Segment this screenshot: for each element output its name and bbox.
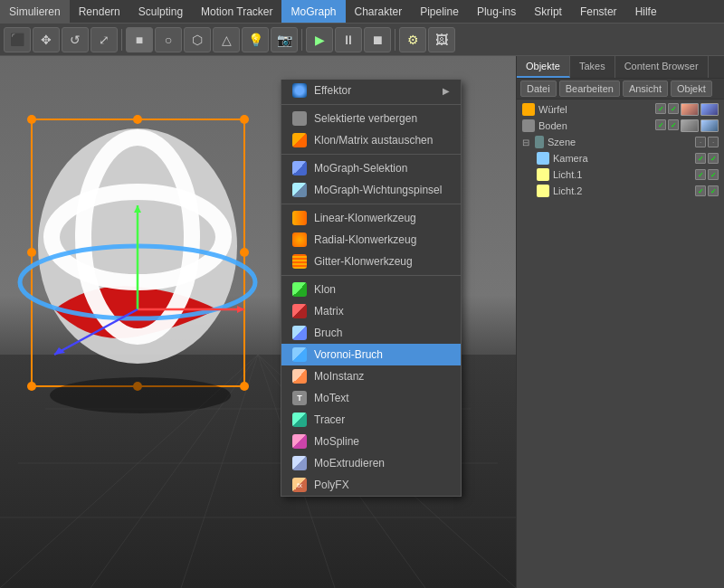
svg-point-18 — [133, 115, 142, 124]
menu-item-moextru[interactable]: MoExtrudieren — [281, 452, 461, 474]
obj-icon-boden — [522, 119, 535, 132]
obj-check-wurfel-2[interactable]: ✓ — [668, 103, 679, 114]
panel-btn-objekt[interactable]: Objekt — [671, 81, 712, 97]
menu-item-klon-matrix[interactable]: Klon/Matrix austauschen — [281, 129, 461, 151]
menu-rendern[interactable]: Rendern — [70, 0, 129, 23]
szene-collapse-icon: ⊟ — [522, 138, 529, 147]
panel-btn-bearbeiten[interactable]: Bearbeiten — [559, 81, 620, 97]
panel-btn-datei[interactable]: Datei — [520, 81, 557, 97]
toolbar: ⬛ ✥ ↺ ⤢ ■ ○ ⬡ △ 💡 📷 ▶ ⏸ ⏹ ⚙ 🖼 — [0, 24, 724, 56]
menu-hilfe[interactable]: Hilfe — [626, 0, 666, 23]
tab-content-browser[interactable]: Content Browser — [615, 56, 709, 78]
effektor-arrow: ▶ — [443, 86, 450, 96]
obj-label-boden: Boden — [538, 120, 567, 131]
gitter-label: Gitter-Klonwerkzeug — [314, 255, 413, 268]
menu-fenster[interactable]: Fenster — [571, 0, 626, 23]
menu-item-klon[interactable]: Klon — [281, 279, 461, 300]
menu-item-verbergen[interactable]: Selektierte verbergen — [281, 108, 461, 129]
obj-item-szene[interactable]: ⊟ Szene · · — [519, 134, 722, 150]
obj-img-wurfel-2 — [700, 103, 719, 116]
obj-check-licht1-1[interactable]: ✓ — [695, 169, 706, 180]
obj-check-boden-1[interactable]: ✓ — [655, 119, 666, 130]
menu-item-gitter[interactable]: Gitter-Klonwerkzeug — [281, 251, 461, 272]
divider-1 — [281, 104, 461, 105]
obj-item-licht2[interactable]: Licht.2 ✓ ✓ — [519, 183, 722, 199]
tab-objekte[interactable]: Objekte — [517, 56, 570, 78]
tab-takes[interactable]: Takes — [570, 56, 615, 78]
effektor-icon — [292, 83, 307, 98]
moinstanz-label: MoInstanz — [314, 370, 364, 383]
mograph-selektion-label: MoGraph-Selektion — [314, 162, 407, 175]
toolbar-btn-move[interactable]: ✥ — [33, 27, 60, 52]
toolbar-btn-pause[interactable]: ⏸ — [335, 27, 362, 52]
menu-item-tracer[interactable]: Tracer — [281, 409, 461, 431]
obj-check-szene-2[interactable]: · — [708, 137, 719, 147]
obj-label-licht2: Licht.2 — [553, 185, 582, 196]
klon-icon — [292, 282, 307, 297]
menu-item-linear[interactable]: Linear-Klonwerkzeug — [281, 207, 461, 229]
menu-simulieren[interactable]: Simulieren — [0, 0, 70, 23]
obj-check-kamera-2[interactable]: ✓ — [708, 153, 719, 164]
menu-item-mograph-selektion[interactable]: MoGraph-Selektion — [281, 157, 461, 179]
svg-point-16 — [27, 382, 36, 391]
obj-item-licht1[interactable]: Licht.1 ✓ ✓ — [519, 166, 722, 183]
linear-label: Linear-Klonwerkzeug — [314, 212, 416, 224]
menu-item-radial[interactable]: Radial-Klonwerkzeug — [281, 229, 461, 251]
menu-item-bruch[interactable]: Bruch — [281, 322, 461, 344]
menu-item-motext[interactable]: T MoText — [281, 387, 461, 409]
menu-sculpting[interactable]: Sculpting — [129, 0, 192, 23]
panel-tabs: Objekte Takes Content Browser — [517, 56, 724, 79]
menu-item-mograph-wichtung[interactable]: MoGraph-Wichtungspinsel — [281, 179, 461, 201]
toolbar-btn-cube[interactable]: ■ — [126, 27, 153, 52]
right-panel: Objekte Takes Content Browser Datei Bear… — [516, 56, 724, 588]
radial-icon — [292, 232, 307, 247]
voronoi-icon — [292, 347, 307, 362]
menu-motion-tracker[interactable]: Motion Tracker — [192, 0, 281, 23]
obj-label-licht1: Licht.1 — [553, 169, 582, 180]
menu-item-mospline[interactable]: MoSpline — [281, 431, 461, 452]
matrix-icon — [292, 304, 307, 318]
toolbar-btn-rotate[interactable]: ↺ — [62, 27, 89, 52]
obj-item-kamera[interactable]: Kamera ✓ ✓ — [519, 150, 722, 166]
obj-item-wurfel[interactable]: Würfel ✓ ✓ — [519, 101, 722, 118]
obj-item-boden[interactable]: Boden ✓ ✓ — [519, 118, 722, 134]
toolbar-btn-scale[interactable]: ⤢ — [90, 27, 118, 52]
toolbar-btn-stop[interactable]: ⏹ — [364, 27, 391, 52]
toolbar-btn-undo[interactable]: ⬛ — [4, 27, 31, 52]
menu-item-polyfx[interactable]: fx PolyFX — [281, 474, 461, 496]
menu-plugins[interactable]: Plug-ins — [468, 0, 525, 23]
moextru-label: MoExtrudieren — [314, 457, 385, 469]
toolbar-btn-camera[interactable]: 📷 — [271, 27, 298, 52]
obj-check-kamera-1[interactable]: ✓ — [695, 153, 706, 164]
menu-item-matrix[interactable]: Matrix — [281, 300, 461, 322]
toolbar-btn-render[interactable]: ⚙ — [399, 27, 426, 52]
menu-item-voronoi[interactable]: Voronoi-Bruch — [281, 344, 461, 365]
mograph-dropdown: Effektor ▶ Selektierte verbergen Klon/Ma… — [281, 80, 462, 497]
viewport[interactable]: Perspektive ▦ ≡ ↕ ↔ — [0, 56, 516, 588]
toolbar-btn-sphere[interactable]: ○ — [155, 27, 182, 52]
toolbar-btn-light[interactable]: 💡 — [242, 27, 269, 52]
menu-mograph[interactable]: MoGraph — [281, 0, 345, 23]
obj-check-szene[interactable]: · — [695, 137, 706, 147]
panel-btn-ansicht[interactable]: Ansicht — [623, 81, 668, 97]
obj-check-licht2-1[interactable]: ✓ — [695, 185, 706, 196]
toolbar-btn-play[interactable]: ▶ — [306, 27, 333, 52]
obj-check-licht1-2[interactable]: ✓ — [708, 169, 719, 180]
toolbar-btn-render-view[interactable]: 🖼 — [428, 27, 455, 52]
menu-pipeline[interactable]: Pipeline — [411, 0, 468, 23]
obj-icon-licht2 — [537, 185, 549, 197]
obj-check-licht2-2[interactable]: ✓ — [708, 185, 719, 196]
toolbar-sep-2 — [301, 29, 302, 51]
toolbar-btn-cylinder[interactable]: ⬡ — [184, 27, 211, 52]
obj-check-wurfel-1[interactable]: ✓ — [655, 103, 666, 114]
linear-icon — [292, 211, 307, 225]
tracer-icon — [292, 413, 307, 427]
bruch-label: Bruch — [314, 327, 342, 339]
obj-checks-licht2: ✓ ✓ — [695, 185, 719, 196]
menu-item-moinstanz[interactable]: MoInstanz — [281, 365, 461, 387]
toolbar-btn-cone[interactable]: △ — [213, 27, 240, 52]
menu-charakter[interactable]: Charakter — [346, 0, 412, 23]
obj-check-boden-2[interactable]: ✓ — [668, 119, 679, 130]
menu-item-effektor[interactable]: Effektor ▶ — [281, 80, 461, 101]
menu-skript[interactable]: Skript — [525, 0, 571, 23]
